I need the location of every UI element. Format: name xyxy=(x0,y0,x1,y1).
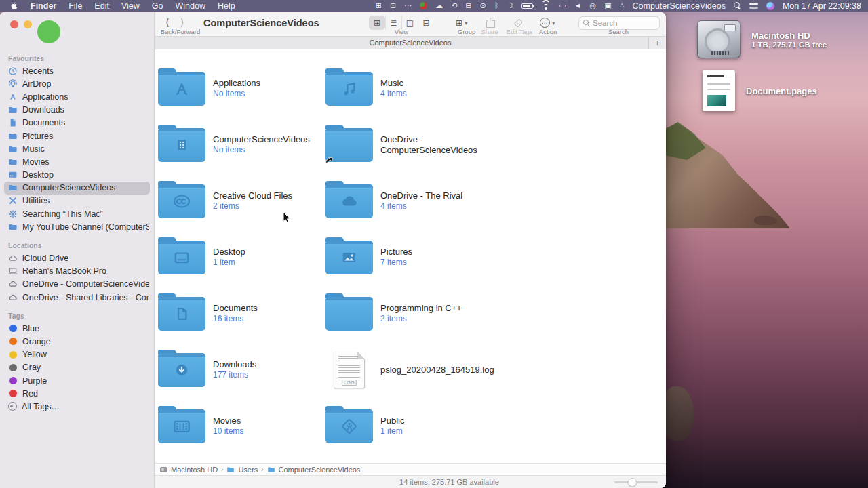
sidebar-item-onedrive-shared[interactable]: OneDrive - Shared Libraries - Comp… xyxy=(0,291,154,304)
battery-icon[interactable] xyxy=(521,3,533,9)
status-bar: 14 items, 275.71 GB available xyxy=(155,475,666,488)
sidebar-item-utilities[interactable]: Utilities xyxy=(0,195,154,207)
sidebar-item-computersciencevideos[interactable]: ComputerScienceVideos xyxy=(4,182,150,195)
folder-icon xyxy=(8,183,18,192)
sidebar-item-desktop[interactable]: Desktop xyxy=(0,169,154,182)
grid-item-programming-in-cpp[interactable]: Programming in C++2 items xyxy=(326,293,502,350)
tab-computersciencevideos[interactable]: ComputerScienceVideos xyxy=(370,39,452,47)
grid-item-movies[interactable]: Movies10 items xyxy=(158,406,326,462)
desktop-icon-label: Macintosh HD xyxy=(751,30,827,41)
sidebar-item-music[interactable]: Music xyxy=(0,142,154,155)
cloud-icon xyxy=(8,279,18,289)
sidebar-item-applications[interactable]: Applications xyxy=(0,90,154,103)
menu-view[interactable]: View xyxy=(121,1,140,11)
grid-item-documents[interactable]: Documents16 items xyxy=(158,293,326,350)
sidebar-tag-purple[interactable]: Purple xyxy=(0,374,154,387)
menubar-clock[interactable]: Mon 17 Apr 22:09:38 xyxy=(783,1,861,11)
menu-help[interactable]: Help xyxy=(218,1,235,11)
close-button[interactable] xyxy=(10,20,18,28)
onedrive-cloud-icon[interactable]: ☁ xyxy=(435,0,443,12)
share-icon xyxy=(485,18,495,28)
sidebar-tag-all-tags[interactable]: All Tags… xyxy=(0,400,154,413)
chevron-separator: › xyxy=(261,466,263,473)
sidebar-item-onedrive-csv[interactable]: OneDrive - ComputerScienceVideos xyxy=(0,278,154,291)
apple-menu-icon[interactable] xyxy=(9,1,18,10)
back-button[interactable]: ⟨ xyxy=(165,16,170,28)
control-center-icon[interactable] xyxy=(749,3,758,9)
grid-item-desktop[interactable]: Desktop1 item xyxy=(158,237,326,293)
sidebar-item-movies[interactable]: Movies xyxy=(0,155,154,168)
sidebar-tag-red[interactable]: Red xyxy=(0,387,154,400)
desktop-icon-info: 1 TB, 275.71 GB free xyxy=(751,41,827,49)
grid-item-applications[interactable]: ApplicationsNo items xyxy=(158,68,326,125)
sidebar-item-macbook-pro[interactable]: Rehan's MacBook Pro xyxy=(0,265,154,278)
grid-item-computersciencevideos[interactable]: ComputerScienceVideosNo items xyxy=(158,125,326,181)
back-forward-label: Back/Forward xyxy=(157,28,203,35)
forward-button[interactable]: ⟩ xyxy=(180,16,184,28)
tab-bar: ComputerScienceVideos + xyxy=(155,36,666,49)
grid-item-downloads[interactable]: Downloads177 items xyxy=(158,350,326,406)
new-tab-button[interactable]: + xyxy=(648,37,666,49)
sidebar-item-icloud-drive[interactable]: iCloud Drive xyxy=(0,251,154,264)
menu-edit[interactable]: Edit xyxy=(94,1,109,11)
grid-item-music[interactable]: Music4 items xyxy=(326,68,502,125)
grid-item-onedrive-computersciencevideos[interactable]: OneDrive - ComputerScienceVideos xyxy=(326,125,502,181)
sidebar-tag-orange[interactable]: Orange xyxy=(0,335,154,348)
menubar-app-title[interactable]: ComputerScienceVideos xyxy=(633,1,726,11)
slider-knob[interactable] xyxy=(628,478,637,487)
grid-icon[interactable]: ⊞ xyxy=(376,0,382,12)
camera-icon[interactable]: ⊡ xyxy=(390,0,396,12)
sidebar-item-searching-this-mac[interactable]: Searching “This Mac” xyxy=(0,207,154,220)
sidebar-tag-yellow[interactable]: Yellow xyxy=(0,348,154,361)
sidebar-item-my-youtube-channel[interactable]: My YouTube Channel (ComputerScie… xyxy=(0,220,154,233)
volume-icon[interactable]: ◄ xyxy=(574,0,582,12)
display-mirroring-icon[interactable]: ▭ xyxy=(559,0,566,12)
colored-app-icon[interactable] xyxy=(420,2,427,9)
wallpaper-rock xyxy=(754,216,777,225)
keyboard-dots-icon[interactable]: ∴ xyxy=(620,0,625,12)
desktop-icon-document-pages[interactable]: Document.pages xyxy=(703,70,817,111)
action-ellipsis-icon: ⋯ xyxy=(540,18,550,28)
siri-icon[interactable] xyxy=(766,2,774,10)
sidebar-item-documents[interactable]: Documents xyxy=(0,117,154,129)
time-machine-icon[interactable]: ⟲ xyxy=(451,0,457,12)
path-segment-macintosh-hd[interactable]: Macintosh HD xyxy=(171,466,218,474)
sidebar-tag-blue[interactable]: Blue xyxy=(0,322,154,335)
info-circle-icon[interactable]: ⊙ xyxy=(480,0,486,12)
bluetooth-icon[interactable]: ᛒ xyxy=(494,0,499,12)
desktop-icon-macintosh-hd[interactable]: Macintosh HD 1 TB, 275.71 GB free xyxy=(697,20,827,58)
search-input[interactable] xyxy=(593,19,654,27)
grid-item-pictures[interactable]: Pictures7 items xyxy=(326,237,502,293)
sidebar-item-airdrop[interactable]: AirDrop xyxy=(0,77,154,90)
folder-icon xyxy=(226,466,235,474)
more-icon[interactable]: ⋯ xyxy=(404,0,412,12)
alias-arrow-icon xyxy=(324,155,334,165)
sidebar-tag-gray[interactable]: Gray xyxy=(0,361,154,374)
folder-icon xyxy=(267,466,275,474)
minimize-button[interactable] xyxy=(24,20,32,28)
do-not-disturb-moon-icon[interactable]: ☽ xyxy=(507,0,513,12)
grid-item-onedrive-the-rival[interactable]: OneDrive - The Rival4 items xyxy=(326,181,502,237)
windows-stack-icon[interactable]: ▣ xyxy=(604,0,611,12)
grid-item-creative-cloud-files[interactable]: Creative Cloud Files2 items xyxy=(158,181,326,237)
menu-go[interactable]: Go xyxy=(152,1,163,11)
path-segment-computersciencevideos[interactable]: ComputerScienceVideos xyxy=(279,466,361,474)
sidebar-item-downloads[interactable]: Downloads xyxy=(0,104,154,117)
play-circle-icon[interactable]: ◎ xyxy=(590,0,597,12)
menu-file[interactable]: File xyxy=(68,1,82,11)
sidebar-item-recents[interactable]: Recents xyxy=(0,64,154,77)
folder-cloud-icon xyxy=(326,184,373,218)
folder-app-store-icon xyxy=(158,72,205,106)
sidebar-item-pictures[interactable]: Pictures xyxy=(0,129,154,142)
grid-item-pslog-file[interactable]: LOG pslog_20200428_164519.log xyxy=(326,350,502,406)
wifi-icon[interactable] xyxy=(541,3,551,9)
zoom-button[interactable] xyxy=(37,20,60,43)
menu-window[interactable]: Window xyxy=(175,1,205,11)
tag-dot-blue xyxy=(9,325,17,332)
icon-size-slider[interactable] xyxy=(614,481,658,483)
path-segment-users[interactable]: Users xyxy=(238,466,258,474)
spotlight-search-icon[interactable] xyxy=(734,2,741,9)
display-notify-icon[interactable]: ⊟ xyxy=(465,0,471,12)
grid-item-public[interactable]: Public1 item xyxy=(326,406,502,462)
menu-finder[interactable]: Finder xyxy=(31,1,56,11)
